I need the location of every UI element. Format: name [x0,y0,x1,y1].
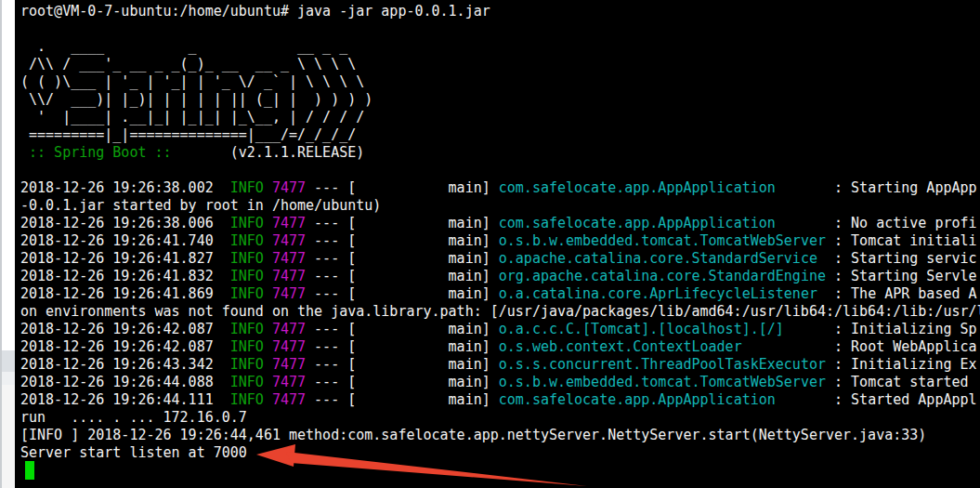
terminal-line: on environments was not found on the jav… [20,303,980,321]
terminal-line: -0.0.1.jar started by root in /home/ubun… [20,197,980,215]
annotation-arrow-icon [240,443,593,488]
terminal-line: 2018-12-26 19:26:41.832 INFO 7477 --- [ … [20,268,980,285]
terminal-line: root@VM-0-7-ubuntu:/home/ubuntu# java -j… [20,3,980,20]
background-scrollbar-track[interactable] [2,372,15,385]
terminal-line: 2018-12-26 19:26:41.827 INFO 7477 --- [ … [20,250,980,268]
terminal-line: 2018-12-26 19:26:42.087 INFO 7477 --- [ … [20,338,980,356]
terminal-line [20,20,980,38]
terminal-line: ' |____| .__|_| |_|_| |_\__, | / / / / [20,109,980,126]
terminal-line: /\\ / ___'_ __ _ _(_)_ __ __ _ \ \ \ \ [20,56,980,73]
terminal-line: [INFO ] 2018-12-26 19:26:44,461 method:c… [20,427,980,444]
terminal-line: 2018-12-26 19:26:41.740 INFO 7477 --- [ … [20,232,980,250]
terminal-line: ( ( )\___ | '_ | '_| | '_ \/ _` | \ \ \ … [20,73,980,91]
terminal-line: 2018-12-26 19:26:38.006 INFO 7477 --- [ … [20,215,980,232]
terminal-line: 2018-12-26 19:26:42.087 INFO 7477 --- [ … [20,321,980,338]
terminal-line: 2018-12-26 19:26:44.088 INFO 7477 --- [ … [20,374,980,391]
terminal-line: 2018-12-26 19:26:43.342 INFO 7477 --- [ … [20,356,980,374]
terminal-line: run .... . ... 172.16.0.7 [20,409,980,427]
terminal-window: root@VM-0-7-ubuntu:/home/ubuntu# java -j… [0,0,980,488]
terminal-line: :: Spring Boot :: (v2.1.1.RELEASE) [20,144,980,162]
background-window-edge [0,0,15,488]
terminal-line: 2018-12-26 19:26:44.111 INFO 7477 --- [ … [20,391,980,409]
terminal-line: =========|_|==============|___/=/_/_/_/ [20,126,980,144]
terminal-line [20,162,980,179]
background-scrollbar-lower [2,385,15,488]
terminal-output: root@VM-0-7-ubuntu:/home/ubuntu# java -j… [15,0,980,488]
terminal-cursor [25,461,34,480]
background-scrollbar-thumb[interactable] [2,350,15,372]
terminal-line: \\/ ___)| |_)| | | | | || (_| | ) ) ) ) [20,91,980,109]
terminal-line: 2018-12-26 19:26:38.002 INFO 7477 --- [ … [20,179,980,197]
terminal-line: 2018-12-26 19:26:41.869 INFO 7477 --- [ … [20,285,980,303]
terminal-line: . ____ _ __ _ _ [20,38,980,56]
